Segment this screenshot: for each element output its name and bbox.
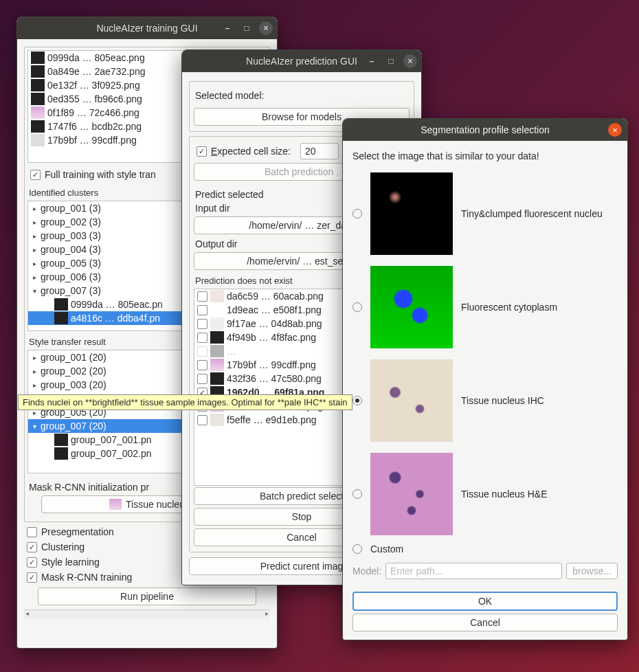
profile-option-he[interactable]: Tissue nucleus H&E bbox=[352, 453, 618, 535]
minimize-button[interactable]: – bbox=[221, 21, 234, 35]
radio-custom[interactable] bbox=[352, 544, 362, 554]
window-title: NucleAIzer prediction GUI bbox=[246, 56, 357, 67]
profile-label: Custom bbox=[370, 544, 403, 555]
profile-option-custom[interactable]: Custom bbox=[352, 544, 618, 555]
radio-cytoplasm[interactable] bbox=[352, 302, 362, 312]
close-button[interactable]: × bbox=[403, 54, 417, 68]
expected-size-input[interactable]: 20 bbox=[300, 143, 339, 159]
browse-model-button[interactable]: browse... bbox=[566, 563, 618, 579]
full-training-checkbox[interactable] bbox=[30, 170, 41, 180]
expected-size-checkbox[interactable] bbox=[197, 146, 207, 157]
selected-model-label: Selected model: bbox=[195, 90, 408, 101]
preseg-checkbox[interactable] bbox=[27, 527, 37, 537]
close-button[interactable]: × bbox=[259, 21, 273, 35]
radio-ihc[interactable] bbox=[352, 396, 362, 405]
profile-prompt: Select the image that is similar to your… bbox=[352, 150, 618, 161]
ok-button[interactable]: OK bbox=[352, 592, 618, 611]
horizontal-scrollbar[interactable] bbox=[24, 609, 270, 619]
profile-dialog: Segmentation profile selection × Select … bbox=[342, 118, 628, 640]
radio-tiny[interactable] bbox=[352, 209, 362, 219]
tooltip: Finds nuclei on **brightfield** tissue s… bbox=[18, 394, 352, 410]
radio-he[interactable] bbox=[352, 489, 362, 499]
close-button[interactable]: × bbox=[608, 123, 622, 137]
mask-checkbox[interactable] bbox=[27, 572, 37, 583]
profile-label: Tissue nucleus H&E bbox=[461, 489, 548, 500]
profile-option-tiny[interactable]: Tiny&clumped fluorescent nucleu bbox=[352, 172, 618, 255]
expected-size-label: Expected cell size: bbox=[211, 146, 291, 157]
clustering-checkbox[interactable] bbox=[27, 542, 37, 552]
model-path-input[interactable]: Enter path... bbox=[385, 563, 562, 579]
minimize-button[interactable]: – bbox=[365, 54, 379, 68]
profile-option-ihc[interactable]: Tissue nucleus IHC bbox=[352, 359, 618, 442]
cancel-button[interactable]: Cancel bbox=[352, 614, 618, 631]
run-pipeline-button[interactable]: Run pipeline bbox=[38, 587, 256, 605]
prediction-titlebar[interactable]: NucleAIzer prediction GUI – □ × bbox=[182, 50, 421, 72]
profile-label: Fluorescent cytoplasm bbox=[461, 302, 557, 313]
dialog-title: Segmentation profile selection bbox=[421, 124, 550, 135]
profile-option-cytoplasm[interactable]: Fluorescent cytoplasm bbox=[352, 266, 618, 348]
profile-label: Tissue nucleus IHC bbox=[461, 395, 544, 406]
training-titlebar[interactable]: NucleAIzer training GUI – □ × bbox=[17, 17, 277, 39]
style-checkbox[interactable] bbox=[27, 557, 37, 568]
model-label: Model: bbox=[352, 565, 381, 576]
maximize-button[interactable]: □ bbox=[240, 21, 254, 35]
window-title: NucleAIzer training GUI bbox=[96, 23, 197, 34]
full-training-label: Full training with style tran bbox=[45, 169, 156, 180]
profile-titlebar[interactable]: Segmentation profile selection × bbox=[343, 119, 627, 141]
maximize-button[interactable]: □ bbox=[384, 54, 398, 68]
profile-label: Tiny&clumped fluorescent nucleu bbox=[461, 208, 603, 219]
